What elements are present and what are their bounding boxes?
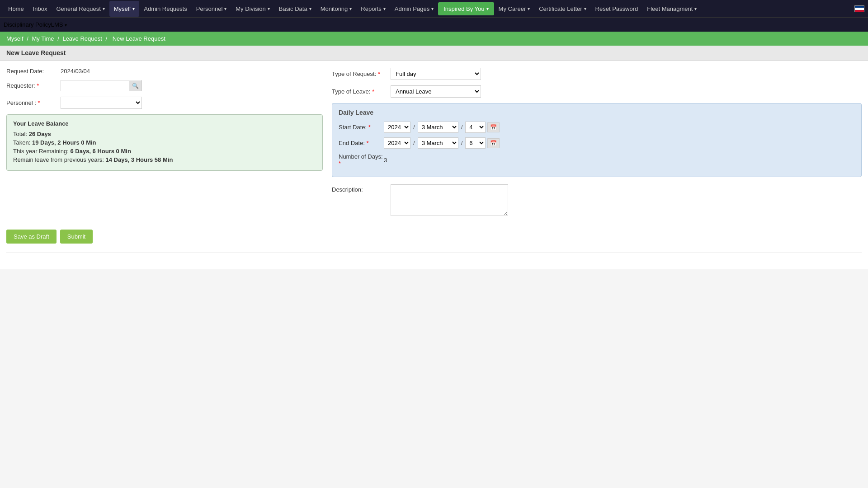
- nav-reports[interactable]: Reports ▾: [356, 1, 390, 17]
- end-date-calendar-button[interactable]: 📅: [487, 138, 500, 148]
- save-draft-button[interactable]: Save as Draft: [6, 230, 57, 244]
- requester-label: Requester: *: [6, 82, 61, 89]
- end-month-select[interactable]: 1 January 2 February 3 March 4 April 5 M…: [418, 137, 458, 149]
- nav-basic-data[interactable]: Basic Data ▾: [274, 1, 316, 17]
- buttons-row: Save as Draft Submit: [6, 230, 862, 244]
- navbar-row2: Disciplinary Policy LMS ▾: [0, 17, 868, 32]
- end-date-label: End Date: *: [339, 140, 384, 146]
- flag-icon: [854, 5, 864, 12]
- request-date-label: Request Date:: [6, 68, 61, 75]
- type-of-request-row: Type of Request: * Full day Half day Hou…: [332, 68, 862, 80]
- start-date-selects: 2023 2024 2025 / 1 January 2 February 3 …: [384, 122, 500, 133]
- chevron-down-icon: ▾: [694, 6, 697, 11]
- nav-general-request[interactable]: General Request ▾: [52, 1, 109, 17]
- requester-input[interactable]: [61, 80, 129, 91]
- daily-leave-title: Daily Leave: [339, 109, 855, 116]
- request-date-value: 2024/03/04: [61, 68, 90, 75]
- nav-home[interactable]: Home: [4, 1, 28, 17]
- chevron-down-icon: ▾: [349, 6, 352, 11]
- chevron-down-icon: ▾: [103, 6, 105, 11]
- chevron-down-icon: ▾: [65, 23, 67, 28]
- end-year-select[interactable]: 2023 2024 2025: [384, 137, 410, 149]
- nav-lms[interactable]: LMS ▾: [51, 21, 67, 28]
- daily-leave-box: Daily Leave Start Date: * 2023 2024 2025…: [332, 103, 862, 177]
- leave-total: Total: 26 Days: [13, 131, 316, 137]
- chevron-down-icon: ▾: [431, 6, 434, 11]
- personnel-row: Personnel : *: [6, 97, 323, 109]
- nav-disciplinary-policy[interactable]: Disciplinary Policy: [4, 21, 51, 28]
- start-day-select[interactable]: 1234 5678 9101112 13141516 17181920 2122…: [465, 122, 486, 133]
- start-year-select[interactable]: 2023 2024 2025: [384, 122, 410, 133]
- start-date-row: Start Date: * 2023 2024 2025 / 1 January…: [339, 122, 855, 133]
- request-date-row: Request Date: 2024/03/04: [6, 68, 323, 75]
- nav-monitoring[interactable]: Monitoring ▾: [316, 1, 357, 17]
- submit-button[interactable]: Submit: [60, 230, 93, 244]
- requester-search-button[interactable]: 🔍: [129, 81, 142, 91]
- chevron-down-icon: ▾: [268, 6, 270, 11]
- breadcrumb-myself[interactable]: Myself: [6, 35, 24, 42]
- nav-my-career[interactable]: My Career ▾: [494, 1, 535, 17]
- nav-certificate-letter[interactable]: Certificate Letter ▾: [534, 1, 590, 17]
- personnel-required: *: [38, 99, 40, 106]
- personnel-label: Personnel : *: [6, 99, 61, 106]
- type-of-leave-row: Type of Leave: * Annual Leave Sick Leave…: [332, 85, 862, 98]
- type-of-leave-select[interactable]: Annual Leave Sick Leave Emergency Leave …: [391, 85, 481, 98]
- nav-fleet-management[interactable]: Fleet Managment ▾: [642, 1, 701, 17]
- breadcrumb-new-leave-request: New Leave Request: [113, 35, 165, 42]
- nav-my-division[interactable]: My Division ▾: [231, 1, 274, 17]
- breadcrumb-my-time[interactable]: My Time: [32, 35, 54, 42]
- description-label: Description:: [332, 184, 391, 193]
- num-days-row: Number of Days: * 3: [339, 153, 855, 167]
- form-section: Request Date: 2024/03/04 Requester: * 🔍 …: [6, 68, 862, 216]
- nav-personnel[interactable]: Personnel ▾: [192, 1, 231, 17]
- leave-remaining: This year Remaining: 6 Days, 6 Hours 0 M…: [13, 148, 316, 155]
- nav-inbox[interactable]: Inbox: [28, 1, 52, 17]
- leave-balance-title: Your Leave Balance: [13, 120, 316, 127]
- requester-input-wrapper: 🔍: [61, 80, 142, 91]
- personnel-select[interactable]: [61, 97, 142, 109]
- chevron-down-icon: ▾: [528, 6, 530, 11]
- requester-required: *: [37, 82, 39, 89]
- breadcrumb-leave-request[interactable]: Leave Request: [62, 35, 102, 42]
- section-divider: [6, 253, 862, 253]
- chevron-down-icon: ▾: [486, 6, 489, 11]
- chevron-down-icon: ▾: [224, 6, 226, 11]
- right-panel: Type of Request: * Full day Half day Hou…: [332, 68, 862, 216]
- leave-balance-box: Your Leave Balance Total: 26 Days Taken:…: [6, 114, 323, 171]
- start-date-label: Start Date: *: [339, 124, 384, 131]
- start-month-select[interactable]: 1 January 2 February 3 March 4 April 5 M…: [418, 122, 458, 133]
- chevron-down-icon: ▾: [584, 6, 586, 11]
- chevron-down-icon: ▾: [383, 6, 386, 11]
- requester-row: Requester: * 🔍: [6, 80, 323, 91]
- type-of-leave-label: Type of Leave: *: [332, 88, 391, 95]
- description-textarea[interactable]: [391, 184, 508, 216]
- main-content: Request Date: 2024/03/04 Requester: * 🔍 …: [0, 61, 868, 269]
- left-panel: Request Date: 2024/03/04 Requester: * 🔍 …: [6, 68, 323, 216]
- end-day-select[interactable]: 1234 5678 9101112 13141516 17181920 2122…: [465, 137, 486, 149]
- description-row: Description:: [332, 184, 862, 216]
- type-of-request-required: *: [378, 70, 380, 77]
- nav-reset-password[interactable]: Reset Password: [591, 1, 643, 17]
- nav-myself[interactable]: Myself ▾: [109, 1, 140, 17]
- leave-previous: Remain leave from previous years: 14 Day…: [13, 156, 316, 163]
- nav-inspired-by-you[interactable]: Inspired By You ▾: [438, 2, 494, 15]
- type-of-request-label: Type of Request: *: [332, 70, 391, 77]
- chevron-down-icon: ▾: [132, 6, 135, 11]
- chevron-down-icon: ▾: [309, 6, 311, 11]
- end-date-selects: 2023 2024 2025 / 1 January 2 February 3 …: [384, 137, 500, 149]
- leave-taken: Taken: 19 Days, 2 Hours 0 Min: [13, 139, 316, 146]
- nav-admin-pages[interactable]: Admin Pages ▾: [390, 1, 438, 17]
- type-of-leave-required: *: [372, 88, 374, 95]
- breadcrumb: Myself / My Time / Leave Request / New L…: [0, 32, 868, 46]
- nav-admin-requests[interactable]: Admin Requests: [139, 1, 191, 17]
- navbar-row1: Home Inbox General Request ▾ Myself ▾ Ad…: [0, 0, 868, 17]
- start-date-calendar-button[interactable]: 📅: [487, 122, 500, 132]
- page-title: New Leave Request: [0, 46, 868, 61]
- num-days-value: 3: [384, 157, 387, 164]
- end-date-row: End Date: * 2023 2024 2025 / 1 January 2…: [339, 137, 855, 149]
- type-of-request-select[interactable]: Full day Half day Hourly: [391, 68, 481, 80]
- num-days-label: Number of Days: *: [339, 153, 384, 167]
